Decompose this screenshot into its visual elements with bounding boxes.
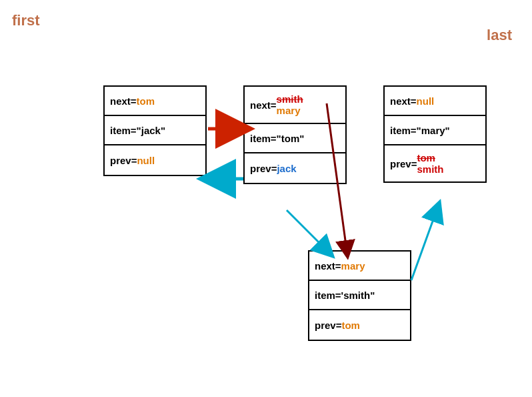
mary-prev-label: prev [390, 158, 411, 169]
jack-prev-val: null [137, 155, 155, 166]
mary-next-label: next [390, 95, 411, 107]
smith-next-label: next [315, 260, 335, 272]
mary-next-val: null [417, 95, 435, 107]
jack-prev-label: prev [110, 155, 131, 166]
first-label: first [12, 12, 40, 29]
tom-next-val: mary [277, 105, 301, 116]
jack-node: next = tom item = "jack" prev = null [103, 85, 207, 176]
tom-prev-val: jack [277, 163, 296, 174]
mary-item-label: item [390, 125, 411, 136]
smith-prev-val: tom [341, 320, 360, 331]
smith-prev-eq: = [336, 320, 342, 331]
mary-item-eq: = [411, 125, 417, 136]
smith-item-eq: = [335, 290, 341, 301]
jack-next-label: next [110, 95, 131, 107]
smith-next-row: next = mary [309, 252, 410, 281]
mary-item-val: "mary" [417, 125, 450, 136]
jack-item-eq: = [131, 125, 137, 136]
tom-bottom-to-smith-arrow [287, 210, 327, 250]
mary-node: next = null item = "mary" prev = tom smi… [383, 85, 487, 183]
jack-prev-eq: = [131, 155, 137, 166]
tom-node: next = smith mary item = "tom" prev = ja… [243, 85, 347, 184]
mary-item-row: item = "mary" [385, 116, 485, 145]
smith-prev-label: prev [315, 320, 336, 331]
tom-next-eq: = [271, 99, 277, 111]
smith-prev-row: prev = tom [309, 310, 410, 340]
tom-item-val: "tom" [277, 133, 305, 144]
jack-next-val: tom [137, 95, 155, 107]
smith-to-mary-arrow [411, 210, 437, 280]
jack-item-val: "jack" [137, 125, 165, 136]
smith-item-label: item [315, 290, 335, 301]
smith-next-eq: = [335, 260, 341, 272]
smith-next-val: mary [341, 260, 365, 272]
tom-item-row: item = "tom" [245, 124, 345, 153]
mary-next-eq: = [411, 95, 417, 107]
mary-prev-row: prev = tom smith [385, 145, 485, 181]
jack-item-row: item = "jack" [105, 116, 205, 145]
mary-prev-val: smith [417, 163, 443, 175]
jack-item-label: item [110, 125, 131, 136]
arrows-svg [0, 0, 532, 397]
tom-item-eq: = [271, 133, 277, 144]
last-label: last [487, 27, 512, 44]
tom-prev-label: prev [250, 163, 271, 174]
smith-item-val: 'smith" [341, 290, 375, 301]
jack-prev-row: prev = null [105, 145, 205, 175]
tom-item-label: item [250, 133, 271, 144]
smith-node: next = mary item = 'smith" prev = tom [308, 250, 411, 341]
mary-prev-eq: = [411, 158, 417, 169]
tom-next-row: next = smith mary [245, 87, 345, 124]
smith-item-row: item = 'smith" [309, 281, 410, 310]
jack-next-eq: = [131, 95, 137, 107]
tom-next-label: next [250, 99, 271, 111]
tom-prev-row: prev = jack [245, 153, 345, 183]
tom-next-val-strike: smith [277, 93, 303, 105]
mary-prev-val-strike: tom [417, 152, 435, 163]
jack-next-row: next = tom [105, 87, 205, 116]
mary-next-row: next = null [385, 87, 485, 116]
